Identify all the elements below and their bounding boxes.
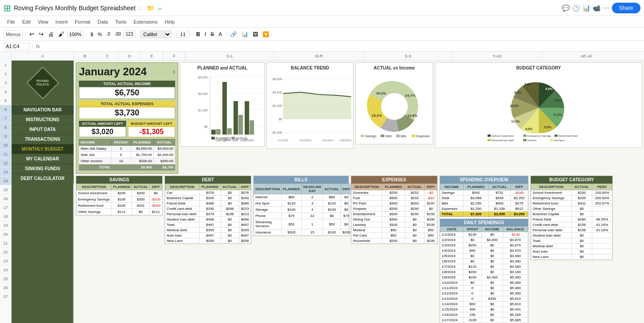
italic-btn[interactable]: I <box>203 30 208 38</box>
menu-edit[interactable]: Edit <box>19 18 34 25</box>
menu-help[interactable]: Help <box>161 18 178 25</box>
sheets-title-bar: ⊞ Roving Foleys Monthly Budget Spreadshe… <box>0 0 644 16</box>
daily-row: 1/6/2024$0$0$3,480 <box>440 259 528 264</box>
svg-text:10.3%: 10.3% <box>510 104 519 107</box>
svg-text:$1,000: $1,000 <box>198 109 208 112</box>
row-num: 21 <box>0 239 11 248</box>
svg-text:PLANNED: PLANNED <box>216 137 230 140</box>
strikethrough-btn[interactable]: S <box>209 30 216 38</box>
income-row: Side Job 9 $1,700.00 $2,400.00 <box>79 152 175 158</box>
daily-row: 1/4/2024$90$0$3,570 <box>440 248 528 253</box>
more-icon[interactable]: ⋯ <box>603 4 609 12</box>
svg-text:1/21/2024: 1/21/2024 <box>322 139 334 142</box>
row-num: 7 <box>0 114 11 123</box>
debt-row: Credit card debt$290$286$223 <box>165 206 251 212</box>
comment-icon[interactable]: 💬 <box>562 4 570 12</box>
svg-text:15.2%: 15.2% <box>372 114 382 118</box>
bold-btn[interactable]: B <box>194 30 202 38</box>
cloud-icon[interactable]: ☁ <box>157 5 162 11</box>
formula-sep: | <box>32 44 33 49</box>
sidebar-item-transactions[interactable]: TRANSACTIONS <box>12 135 74 144</box>
sidebar-item-my-calendar[interactable]: MY CALENDAR <box>12 154 74 164</box>
sidebar-item-debt-calculator[interactable]: DEBT CALCULATOR <box>12 174 74 183</box>
sidebar-item-monthly-budget[interactable]: MONTHLY BUDGET <box>12 144 74 154</box>
percent-btn[interactable]: % <box>96 31 104 38</box>
daily-row: 1/13/20240$350$5,810 <box>440 296 528 302</box>
svg-text:School Investment: School Investment <box>492 135 514 137</box>
row-num: 23 <box>0 257 11 266</box>
font-selector[interactable]: Calibri <box>140 30 172 38</box>
more-format-btns[interactable]: A <box>217 30 224 38</box>
print-btn[interactable]: 🖨 <box>46 30 56 38</box>
currency-btn[interactable]: $ <box>89 31 95 38</box>
budget-cat-row: Retirement fund$331252.67% <box>531 201 612 206</box>
menu-file[interactable]: File <box>4 18 19 25</box>
svg-text:6.8%: 6.8% <box>514 91 522 94</box>
present-icon[interactable]: 📊 <box>582 4 590 12</box>
sidebar-item-input-data[interactable]: INPUT DATA <box>12 125 74 135</box>
svg-rect-11 <box>216 129 221 135</box>
row-num: 18 <box>0 212 11 221</box>
svg-text:-$2,000: -$2,000 <box>271 131 282 134</box>
total-income-value: $6,750 <box>79 87 175 99</box>
svg-text:1/7/2024: 1/7/2024 <box>278 139 288 142</box>
expense-row: Laundry$100$0$100 <box>352 222 437 228</box>
sidebar-item-navigation[interactable]: NAVIGATION BAR <box>12 105 74 115</box>
chart-title: PLANNED and ACTUAL <box>183 65 262 70</box>
zoom-select[interactable]: 100% <box>67 31 84 38</box>
decimal-inc-btn[interactable]: .0 <box>105 31 112 37</box>
total-expenses-value: $3,730 <box>79 107 175 119</box>
menu-extensions[interactable]: Extensions <box>130 18 161 25</box>
daily-row: 1/15/2024369$0$5,441 <box>440 307 528 312</box>
undo-btn[interactable]: ↩ <box>28 30 36 38</box>
menu-format[interactable]: Format <box>71 18 94 25</box>
sidebar-item-sinking-funds[interactable]: SINKING FUNDS <box>12 164 74 174</box>
menu-insert[interactable]: Insert <box>52 18 71 25</box>
svg-text:45.3%: 45.3% <box>376 91 386 95</box>
video-icon[interactable]: 📹 <box>593 4 600 12</box>
image-btn[interactable]: 🖼 <box>251 30 260 38</box>
column-headers: A B C D E F G-L M-R S-X Y-AD AE-AF <box>12 52 644 61</box>
svg-rect-64 <box>523 135 526 137</box>
planned-actual-chart: PLANNED and ACTUAL $3,000 <box>180 62 265 147</box>
folder-icon[interactable]: 📁 <box>147 4 154 12</box>
budget-cat-row: Emergency Savings$200200.00% <box>531 196 612 201</box>
share-button[interactable]: Share <box>612 3 640 13</box>
svg-rect-62 <box>488 135 491 137</box>
cell-reference[interactable] <box>4 43 29 50</box>
menu-data[interactable]: Data <box>94 18 111 25</box>
row-num: 2 <box>0 70 11 78</box>
star-icon[interactable]: ☆ <box>138 4 144 12</box>
svg-text:6.8%: 6.8% <box>554 99 562 102</box>
bills-row: Streaming Services$501$50$0 <box>254 219 352 229</box>
format-num-btn[interactable]: 123 <box>123 30 135 38</box>
doc-title[interactable]: Roving Foleys Monthly Budget Spreadsheet <box>14 4 135 12</box>
menu-tools[interactable]: Tools <box>111 18 130 25</box>
menus-btn[interactable]: Menus <box>4 30 23 38</box>
svg-rect-70 <box>550 139 553 141</box>
expense-row: Entertainment$300$150$150 <box>352 212 437 217</box>
filter-btn[interactable]: 🔽 <box>261 30 271 38</box>
fx-label: fx <box>36 44 40 49</box>
month-nav-btn[interactable]: › <box>173 68 175 76</box>
history-icon[interactable]: 🕐 <box>572 4 580 12</box>
debt-row: Medical debt$359$0$359 <box>165 228 251 233</box>
formula-input[interactable] <box>42 44 640 49</box>
expense-row: Propane$200$200$0 <box>352 206 437 212</box>
budget-cat-row: Friend Debt$28096.55% <box>531 217 612 222</box>
debt-section: DEBT DESCRIPTION PLANNED ACTUAL DIFF <box>164 176 251 244</box>
svg-rect-21 <box>211 137 215 139</box>
link-btn[interactable]: 🔗 <box>229 30 239 38</box>
daily-row: 1/11/20240$0$5,460 <box>440 286 528 291</box>
sidebar-item-instructions[interactable]: INSTRUCTIONS <box>12 115 74 125</box>
row-num: 20 <box>0 230 11 239</box>
menu-view[interactable]: View <box>34 18 52 25</box>
redo-btn[interactable]: ↪ <box>37 30 45 38</box>
row-num: 6 <box>0 105 11 114</box>
svg-text:$0: $0 <box>279 118 282 121</box>
paint-btn[interactable]: 🖌 <box>57 30 66 38</box>
decimal-dec-btn[interactable]: .00 <box>113 31 123 37</box>
chart-btn[interactable]: 📊 <box>240 30 250 38</box>
font-size-input[interactable] <box>176 31 189 38</box>
svg-text:Personal loan debt: Personal loan debt <box>492 139 514 142</box>
